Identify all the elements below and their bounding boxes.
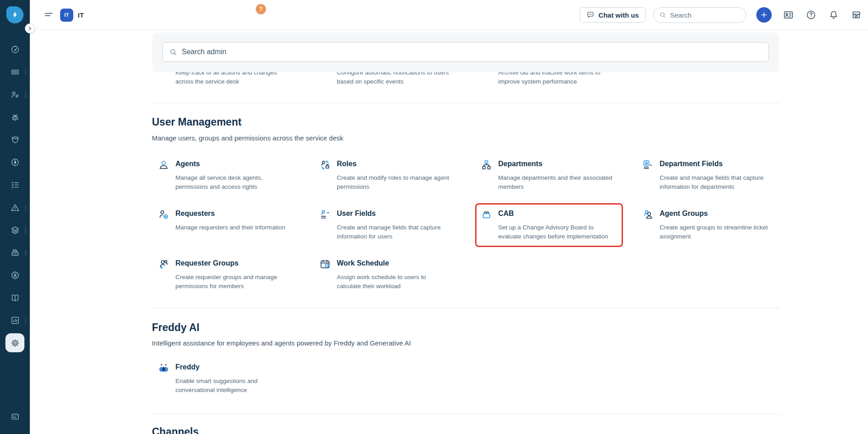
freddy-ai-grid: Freddy Enable smart suggestions and conv…	[152, 361, 797, 411]
agents-icon	[158, 159, 170, 171]
card-user-fields[interactable]: User Fields Create and manage fields tha…	[313, 208, 475, 257]
card-agents[interactable]: Agents Manage all service desk agents, p…	[152, 158, 313, 208]
user-fields-icon	[319, 209, 331, 220]
card-title: Requesters	[175, 208, 313, 218]
search-icon	[169, 48, 177, 56]
dashboard-icon	[10, 45, 20, 54]
department-fields-icon	[642, 159, 654, 171]
sidebar-item-assets[interactable]: ⋮	[0, 219, 30, 241]
section-title-channels: Channels	[152, 426, 199, 434]
sidebar-item-tasks[interactable]	[0, 173, 30, 196]
requester-groups-icon	[158, 258, 170, 270]
card-desc: Enable smart suggestions and conversatio…	[175, 377, 311, 395]
bug-icon	[10, 112, 20, 122]
plus-icon	[760, 11, 768, 19]
card-requester-groups[interactable]: Requester Groups Create requester groups…	[152, 257, 313, 307]
card-desc: Create and manage fields that capture in…	[660, 173, 795, 191]
card-work-schedule[interactable]: Work Schedule Assign work schedule to us…	[313, 257, 475, 307]
section-divider	[152, 414, 780, 414]
overflow-menu-icon[interactable]: ⋮	[23, 317, 28, 323]
card-title: User Fields	[337, 208, 475, 218]
global-search	[653, 7, 746, 23]
work-schedule-icon	[319, 258, 331, 270]
gear-icon	[10, 338, 20, 348]
card-title: Agents	[175, 158, 313, 168]
lightning-icon	[10, 10, 19, 19]
sidebar-item-contracts[interactable]: ⋮	[0, 241, 30, 264]
book-icon	[10, 293, 20, 303]
sidebar-item-services[interactable]	[0, 264, 30, 286]
card-desc: Manage all service desk agents, permissi…	[175, 173, 311, 191]
card-title: Department Fields	[660, 158, 797, 168]
card-desc: Create agent groups to streamline ticket…	[660, 223, 795, 241]
sidebar-item-dashboard[interactable]	[0, 38, 30, 61]
card-cab[interactable]: CAB Set up a Change Advisory Board to ev…	[475, 208, 636, 257]
card-agent-groups[interactable]: Agent Groups Create agent groups to stre…	[636, 208, 797, 257]
marketplace-button[interactable]	[850, 9, 862, 21]
card-title: Departments	[498, 158, 636, 168]
card-title: Work Schedule	[337, 257, 475, 267]
admin-search-panel	[152, 33, 779, 72]
card-departments[interactable]: Departments Manage departments and their…	[475, 158, 636, 208]
user-management-grid: Agents Manage all service desk agents, p…	[152, 158, 797, 307]
workspace-badge[interactable]: IT	[60, 9, 73, 22]
bell-icon	[828, 9, 839, 20]
card-department-fields[interactable]: Department Fields Create and manage fiel…	[636, 158, 797, 208]
contact-card-icon	[783, 9, 794, 20]
admin-search-input[interactable]	[182, 48, 762, 56]
notifications-button[interactable]	[828, 9, 840, 21]
departments-icon	[481, 159, 492, 171]
overflow-menu-icon[interactable]: ⋮	[23, 205, 28, 210]
sidebar-item-alerts[interactable]: ⋮	[0, 196, 30, 219]
global-search-input[interactable]	[670, 11, 741, 19]
selected-item-tile	[5, 333, 24, 352]
search-icon	[659, 11, 666, 19]
quick-create-button[interactable]	[756, 7, 772, 23]
sidebar-expand-button[interactable]	[25, 23, 35, 33]
card-desc: Manage requesters and their information	[175, 223, 311, 232]
sidebar-item-releases[interactable]	[0, 128, 30, 151]
card-desc: Create requester groups and manage permi…	[175, 273, 311, 291]
sidebar-item-analytics[interactable]: ⋮	[0, 309, 30, 331]
requesters-icon	[158, 209, 170, 220]
card-title: Freddy	[175, 361, 313, 371]
cab-icon	[481, 209, 492, 220]
overflow-menu-icon[interactable]: ⋮	[23, 92, 28, 98]
admin-search-box	[162, 42, 769, 62]
sidebar-item-problems[interactable]	[0, 106, 30, 128]
user-sync-icon	[10, 90, 20, 99]
shield-icon	[10, 135, 20, 145]
help-beacon[interactable]: ?	[256, 4, 266, 14]
sidebar-item-knowledge-base[interactable]	[0, 286, 30, 309]
menu-icon[interactable]	[44, 10, 53, 19]
section-title-freddy-ai: Freddy AI	[152, 322, 199, 334]
help-circle-icon	[806, 9, 816, 20]
section-subtitle-freddy-ai: Intelligent assistance for employees and…	[152, 339, 411, 347]
freddy-icon	[158, 362, 170, 374]
sidebar-item-sprints[interactable]	[0, 151, 30, 173]
sidebar-item-tickets[interactable]: ⋮	[0, 61, 30, 83]
workspace-label: IT	[78, 11, 84, 19]
section-title-user-management: User Management	[152, 116, 241, 128]
sidebar-item-switcher[interactable]	[0, 405, 30, 428]
overflow-menu-icon[interactable]: ⋮	[23, 250, 28, 256]
card-roles[interactable]: Roles Create and modify roles to manage …	[313, 158, 475, 208]
keyboard-icon	[10, 412, 20, 421]
directory-button[interactable]	[783, 9, 794, 21]
checklist-icon	[10, 180, 20, 190]
help-button[interactable]	[805, 9, 817, 21]
sidebar-item-changes[interactable]: ⋮	[0, 83, 30, 106]
sidebar-item-admin-settings[interactable]	[0, 331, 30, 354]
overflow-menu-icon[interactable]: ⋮	[23, 69, 28, 75]
card-requesters[interactable]: Requesters Manage requesters and their i…	[152, 208, 313, 257]
printer-icon	[10, 248, 20, 257]
card-title: Requester Groups	[175, 257, 313, 267]
alert-triangle-icon	[10, 203, 20, 212]
card-desc: Manage departments and their associated …	[498, 173, 634, 191]
app-logo[interactable]	[6, 6, 24, 23]
overflow-menu-icon[interactable]: ⋮	[23, 227, 28, 233]
card-desc: Assign work schedule to users to calcula…	[337, 273, 472, 291]
section-divider	[152, 103, 780, 103]
card-freddy[interactable]: Freddy Enable smart suggestions and conv…	[152, 361, 313, 411]
chat-with-us-button[interactable]: Chat with us	[580, 7, 646, 23]
